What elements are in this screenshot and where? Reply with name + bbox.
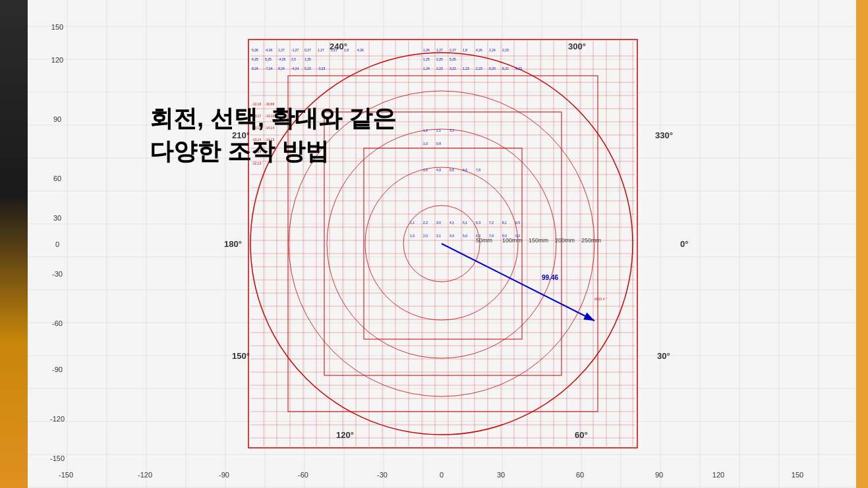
svg-text:3,0: 3,0 [436, 221, 441, 225]
y-axis-label-120: 120 [51, 56, 63, 64]
svg-text:5,25: 5,25 [265, 57, 272, 61]
svg-text:5,1: 5,1 [463, 221, 467, 225]
x-axis-label-60: 60 [576, 471, 584, 479]
svg-text:2,24: 2,24 [489, 48, 496, 52]
svg-text:1,1: 1,1 [410, 221, 415, 225]
svg-text:8,1: 8,1 [502, 221, 507, 225]
x-axis-label-n150: -150 [59, 471, 73, 479]
y-axis-label-150: 150 [51, 23, 63, 31]
svg-text:3,2: 3,2 [449, 128, 454, 132]
angle-210-label: 210° [232, 130, 250, 140]
svg-text:-16,98: -16,98 [265, 102, 274, 106]
svg-text:1,6: 1,6 [423, 168, 428, 172]
svg-text:7,2: 7,2 [489, 221, 494, 225]
svg-text:1,0: 1,0 [423, 142, 428, 146]
x-axis-label-90: 90 [655, 471, 663, 479]
svg-text:1,26: 1,26 [423, 48, 430, 52]
svg-text:1,23: 1,23 [463, 67, 469, 70]
svg-text:3,1: 3,1 [436, 234, 441, 238]
svg-text:2,2: 2,2 [423, 221, 428, 225]
svg-text:9,24: 9,24 [278, 67, 285, 70]
svg-text:1,24: 1,24 [423, 67, 430, 70]
svg-text:-12,13: -12,13 [252, 161, 261, 165]
svg-text:-14,14: -14,14 [265, 126, 274, 130]
svg-text:2,27: 2,27 [449, 48, 456, 52]
svg-text:1,8: 1,8 [463, 48, 467, 52]
x-axis-label-n120: -120 [138, 471, 152, 479]
svg-text:1,27: 1,27 [436, 48, 443, 52]
svg-text:5,6: 5,6 [449, 168, 454, 172]
svg-text:-12,18: -12,18 [252, 102, 261, 106]
radius-200-label: 200mm [555, 237, 575, 244]
y-axis-label-0: 0 [55, 240, 59, 248]
svg-text:-7,24: -7,24 [265, 67, 273, 70]
svg-text:-4,26: -4,26 [265, 48, 273, 52]
angle-0-label: 0° [680, 239, 688, 249]
radius-150-label: 150mm [529, 237, 548, 244]
svg-text:2,23: 2,23 [436, 67, 443, 70]
x-axis-label-120: 120 [712, 471, 724, 479]
svg-text:0410 Ir ": 0410 Ir " [594, 297, 607, 301]
svg-text:-13,16: -13,16 [265, 114, 274, 118]
svg-text:2,23: 2,23 [476, 67, 482, 70]
angle-300-label: 300° [568, 41, 586, 51]
svg-text:9,23: 9,23 [515, 67, 522, 70]
svg-text:6,6: 6,6 [463, 168, 467, 172]
svg-text:5,26: 5,26 [252, 48, 258, 52]
y-axis-label-60: 60 [53, 175, 61, 182]
svg-text:1,2: 1,2 [423, 128, 428, 132]
svg-text:-13,14: -13,14 [252, 138, 261, 142]
angle-60-label: 60° [575, 430, 588, 440]
chart-area[interactable]: 5,26-4,261,27 -1,270,271,27 2,271,84,26 … [28, 0, 856, 488]
svg-text:1,25: 1,25 [423, 57, 430, 61]
main-content: 5,26-4,261,27 -1,270,271,27 2,271,84,26 … [28, 0, 856, 488]
svg-text:5,0: 5,0 [463, 234, 467, 238]
svg-text:7,8: 7,8 [476, 168, 480, 172]
angle-150-label: 150° [232, 351, 250, 361]
radius-100-label: 100mm [502, 237, 522, 244]
svg-text:2,1: 2,1 [436, 128, 441, 132]
svg-text:2,23: 2,23 [502, 48, 509, 52]
measurement-value: 99.46 [542, 274, 558, 281]
svg-text:4,26: 4,26 [476, 48, 482, 52]
svg-text:3,22: 3,22 [449, 67, 456, 70]
y-axis-label-n60: -60 [52, 319, 63, 327]
svg-text:5,25: 5,25 [449, 57, 456, 61]
x-axis-label-n30: -30 [377, 471, 388, 479]
radius-250-label: 250mm [581, 237, 601, 244]
svg-text:1,0: 1,0 [410, 234, 415, 238]
x-axis-label-30: 30 [497, 471, 505, 479]
svg-text:-13,15: -13,15 [252, 126, 261, 130]
angle-120-label: 120° [336, 430, 354, 440]
right-sidebar [856, 0, 868, 488]
x-axis-label-150: 150 [792, 471, 803, 479]
y-axis-label-n120: -120 [50, 415, 65, 423]
svg-text:8,22: 8,22 [502, 67, 509, 70]
y-axis-label-n150: -150 [50, 454, 65, 462]
y-axis-label-30: 30 [53, 214, 61, 222]
svg-text:-13,14: -13,14 [252, 149, 261, 153]
y-axis-label-n30: -30 [52, 270, 63, 278]
svg-text:4,26: 4,26 [357, 48, 364, 52]
angle-180-label: 180° [224, 239, 242, 249]
svg-text:5,23: 5,23 [304, 67, 311, 70]
svg-text:6,3: 6,3 [476, 221, 480, 225]
x-axis-label-n90: -90 [219, 471, 229, 479]
y-axis-label-n90: -90 [52, 366, 63, 373]
svg-text:1,25: 1,25 [304, 57, 311, 61]
svg-text:4,0: 4,0 [449, 234, 454, 238]
svg-text:2,25: 2,25 [436, 57, 443, 61]
svg-text:2,0: 2,0 [423, 234, 428, 238]
svg-text:4,8: 4,8 [436, 168, 441, 172]
svg-text:-1,27: -1,27 [291, 48, 299, 52]
angle-240-label: 240° [330, 41, 347, 51]
svg-text:1,27: 1,27 [278, 48, 285, 52]
svg-text:0,8: 0,8 [436, 142, 441, 146]
x-axis-label-0: 0 [440, 471, 444, 479]
svg-text:-4,24: -4,24 [291, 67, 299, 70]
y-axis-label-90: 90 [53, 115, 61, 123]
radius-50-label: 50mm [476, 237, 492, 244]
svg-text:9,5: 9,5 [515, 221, 520, 225]
svg-text:-13,17: -13,17 [252, 114, 261, 118]
svg-text:4,1: 4,1 [449, 221, 454, 225]
